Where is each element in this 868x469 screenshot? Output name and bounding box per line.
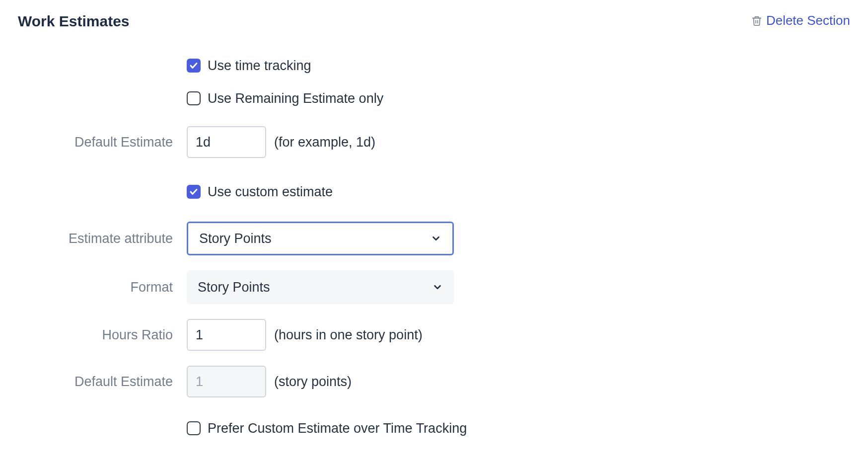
checkbox-prefer-custom[interactable]: Prefer Custom Estimate over Time Trackin…	[187, 421, 467, 436]
row-estimate-attribute: Estimate attribute Story Points	[18, 222, 850, 255]
row-prefer-custom: Prefer Custom Estimate over Time Trackin…	[18, 417, 850, 439]
label-default-estimate-sp: Default Estimate	[18, 374, 187, 390]
hours-ratio-input[interactable]	[187, 319, 266, 351]
label-format: Format	[18, 280, 187, 295]
default-estimate-sp-input[interactable]	[187, 366, 266, 397]
checkbox-label: Use time tracking	[208, 58, 311, 74]
checkbox-unchecked-icon	[187, 91, 201, 105]
row-use-time-tracking: Use time tracking	[18, 55, 850, 77]
checkbox-use-custom-estimate[interactable]: Use custom estimate	[187, 184, 333, 200]
row-use-remaining-only: Use Remaining Estimate only	[18, 87, 850, 109]
chevron-down-icon	[431, 233, 441, 244]
select-value: Story Points	[199, 231, 272, 246]
checkbox-label: Use Remaining Estimate only	[208, 91, 383, 106]
label-default-estimate: Default Estimate	[18, 135, 187, 150]
chevron-down-icon	[432, 282, 443, 293]
label-hours-ratio: Hours Ratio	[18, 327, 187, 343]
row-hours-ratio: Hours Ratio (hours in one story point)	[18, 319, 850, 351]
default-estimate-hint: (for example, 1d)	[274, 135, 375, 150]
section-title: Work Estimates	[18, 13, 130, 30]
section-header: Work Estimates Delete Section	[18, 13, 850, 30]
checkbox-label: Prefer Custom Estimate over Time Trackin…	[208, 421, 467, 436]
estimate-attribute-select[interactable]: Story Points	[187, 222, 454, 255]
row-format: Format Story Points	[18, 270, 850, 304]
checkbox-use-remaining-only[interactable]: Use Remaining Estimate only	[187, 91, 383, 106]
row-use-custom-estimate: Use custom estimate	[18, 181, 850, 203]
label-estimate-attribute: Estimate attribute	[18, 231, 187, 246]
checkbox-checked-icon	[187, 185, 201, 199]
default-estimate-sp-hint: (story points)	[274, 374, 352, 390]
checkbox-use-time-tracking[interactable]: Use time tracking	[187, 58, 311, 74]
checkbox-checked-icon	[187, 59, 201, 73]
delete-section-button[interactable]: Delete Section	[751, 13, 850, 28]
select-value: Story Points	[198, 280, 270, 295]
form-area: Use time tracking Use Remaining Estimate…	[18, 55, 850, 439]
checkbox-unchecked-icon	[187, 421, 201, 435]
trash-icon	[751, 15, 762, 27]
row-default-estimate-sp: Default Estimate (story points)	[18, 366, 850, 397]
hours-ratio-hint: (hours in one story point)	[274, 327, 423, 343]
row-default-estimate: Default Estimate (for example, 1d)	[18, 126, 850, 158]
checkbox-label: Use custom estimate	[208, 184, 333, 200]
default-estimate-input[interactable]	[187, 126, 266, 158]
delete-section-label: Delete Section	[766, 13, 850, 28]
format-select[interactable]: Story Points	[187, 270, 454, 304]
